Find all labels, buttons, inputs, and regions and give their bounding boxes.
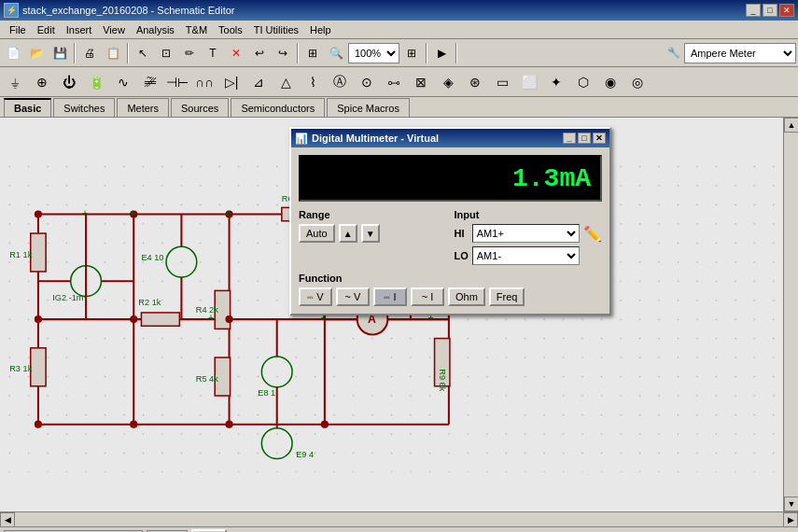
dmm-input-label: Input	[455, 209, 603, 220]
dmm-auto-button[interactable]: Auto	[299, 224, 335, 243]
dmm-lo-select[interactable]: AM1-	[472, 246, 580, 265]
dmm-minimize[interactable]: _	[563, 133, 576, 144]
tab-switches[interactable]: Switches	[53, 98, 115, 117]
dmm-hi-select[interactable]: AM1+	[472, 224, 580, 243]
comp-extra1[interactable]: ◉	[597, 69, 623, 95]
dmm-freq-button[interactable]: Freq	[489, 287, 525, 306]
menu-view[interactable]: View	[97, 23, 131, 36]
dmm-body: 1.3mA Range Auto ▲ ▼ Input	[291, 147, 609, 314]
scroll-up-button[interactable]: ▲	[784, 118, 798, 133]
dmm-ac-i-button[interactable]: ~ I	[411, 287, 444, 306]
dmm-probe-icon[interactable]: ✏️	[583, 225, 602, 243]
comp-probe[interactable]: ⊙	[354, 69, 380, 95]
dmm-maximize[interactable]: □	[578, 133, 591, 144]
window-title: stack_exchange_20160208 - Schematic Edit…	[22, 5, 234, 16]
dmm-dc-v-button[interactable]: ⎓ V	[299, 287, 332, 306]
comp-misc[interactable]: ◈	[435, 69, 461, 95]
comp-ground[interactable]: ⏚	[2, 69, 28, 95]
menu-tm[interactable]: T&M	[180, 23, 213, 36]
menu-ti-utilities[interactable]: TI Utilities	[248, 23, 304, 36]
comp-power[interactable]: ⏻	[56, 69, 82, 95]
comp-ac[interactable]: ∿	[110, 69, 136, 95]
comp-battery[interactable]: 🔋	[83, 69, 109, 95]
comp-label[interactable]: ⬜	[516, 69, 542, 95]
svg-text:+: +	[208, 313, 214, 323]
menu-insert[interactable]: Insert	[61, 23, 98, 36]
menu-edit[interactable]: Edit	[32, 23, 61, 36]
comp-vmod[interactable]: ⬡	[570, 69, 596, 95]
dmm-ac-v-button[interactable]: ~ V	[336, 287, 370, 306]
comp-extra2[interactable]: ◎	[624, 69, 651, 95]
schematic-canvas[interactable]: R1 1k IG2 -1m* R3 1k R2 1k E4 10	[0, 118, 783, 511]
cursor-tool[interactable]: ↖	[132, 42, 154, 64]
dmm-dc-i-button[interactable]: ⎓ I	[373, 287, 407, 306]
print-button[interactable]: 🖨	[78, 42, 101, 64]
scroll-track-v[interactable]	[784, 133, 798, 497]
comp-vcc[interactable]: ⊕	[29, 69, 55, 95]
menu-help[interactable]: Help	[304, 23, 337, 36]
minimize-button[interactable]: _	[746, 4, 761, 17]
separator-4	[426, 43, 427, 63]
new-button[interactable]: 📄	[2, 42, 24, 64]
svg-text:R2 1k: R2 1k	[138, 298, 161, 307]
comp-xfmr[interactable]: ⧟	[381, 69, 407, 95]
svg-point-70	[321, 421, 329, 428]
dmm-ohm-button[interactable]: Ohm	[448, 287, 485, 306]
zoom-fit[interactable]: ⊞	[400, 42, 423, 64]
svg-point-68	[130, 421, 137, 428]
comp-switch[interactable]: ⌇	[300, 69, 326, 95]
select-tool[interactable]: ⊡	[155, 42, 177, 64]
exit-button[interactable]: Exit	[191, 529, 227, 533]
dmm-range-down[interactable]: ▼	[361, 224, 380, 243]
scroll-track-h[interactable]	[15, 512, 783, 526]
dmm-title-text: Digital Multimeter - Virtual	[312, 133, 439, 144]
menu-file[interactable]: File	[4, 23, 32, 36]
horizontal-scrollbar: ◀ ▶	[0, 511, 798, 526]
tab-meters[interactable]: Meters	[117, 98, 169, 117]
comp-inductor[interactable]: ∩∩	[191, 69, 217, 95]
zoom-select[interactable]: 100% 75% 150%	[348, 43, 399, 63]
delete-tool[interactable]: ✕	[225, 42, 247, 64]
comp-ic[interactable]: ▭	[489, 69, 515, 95]
simulate-button[interactable]: ▶	[430, 42, 453, 64]
svg-text:R1 1k: R1 1k	[9, 250, 32, 259]
comp-relay[interactable]: ⊠	[408, 69, 434, 95]
svg-point-66	[225, 315, 232, 323]
dmm-close[interactable]: ✕	[593, 133, 606, 144]
maximize-button[interactable]: □	[763, 4, 777, 17]
title-bar: ⚡ stack_exchange_20160208 - Schematic Ed…	[0, 0, 798, 21]
comp-custom[interactable]: ✦	[543, 69, 569, 95]
scroll-right-button[interactable]: ▶	[783, 512, 798, 527]
tab-spice-macros[interactable]: Spice Macros	[327, 98, 410, 117]
comp-diode[interactable]: ▷|	[218, 69, 245, 95]
undo-button[interactable]: ↩	[248, 42, 271, 64]
scroll-down-button[interactable]: ▼	[784, 497, 798, 511]
toolbar: 📄 📂 💾 🖨 📋 ↖ ⊡ ✏ T ✕ ↩ ↪ ⊞ 🔍 100% 75% 150…	[0, 39, 798, 67]
comp-meter[interactable]: Ⓐ	[327, 69, 353, 95]
menu-analysis[interactable]: Analysis	[131, 23, 180, 36]
comp-transistor[interactable]: ⊿	[245, 69, 272, 95]
open-button[interactable]: 📂	[25, 42, 48, 64]
comp-opamp[interactable]: △	[273, 69, 299, 95]
copy-button[interactable]: 📋	[102, 42, 124, 64]
comp-resistor[interactable]: ⧤	[137, 69, 163, 95]
dmm-dialog: 📊 Digital Multimeter - Virtual _ □ ✕ 1.3…	[289, 127, 611, 315]
tab-sources[interactable]: Sources	[171, 98, 229, 117]
menu-tools[interactable]: Tools	[213, 23, 248, 36]
dmm-range-up[interactable]: ▲	[339, 224, 357, 243]
redo-button[interactable]: ↪	[272, 42, 294, 64]
tab-basic[interactable]: Basic	[4, 98, 51, 117]
component-select[interactable]: Ampere Meter Voltmeter Ohmmeter	[684, 43, 796, 63]
save-button[interactable]: 💾	[49, 42, 71, 64]
comp-capacitor[interactable]: ⊣⊢	[164, 69, 190, 95]
svg-text:E9 4: E9 4	[296, 450, 314, 459]
comp-source2[interactable]: ⊛	[462, 69, 488, 95]
zoom-in[interactable]: 🔍	[325, 42, 347, 64]
scroll-left-button[interactable]: ◀	[0, 512, 15, 527]
wire-tool[interactable]: ✏	[178, 42, 201, 64]
text-tool[interactable]: T	[202, 42, 224, 64]
grid-toggle[interactable]: ⊞	[301, 42, 324, 64]
tab-semiconductors[interactable]: Semiconductors	[231, 98, 325, 117]
svg-point-67	[35, 421, 42, 428]
close-button[interactable]: ✕	[779, 4, 794, 17]
